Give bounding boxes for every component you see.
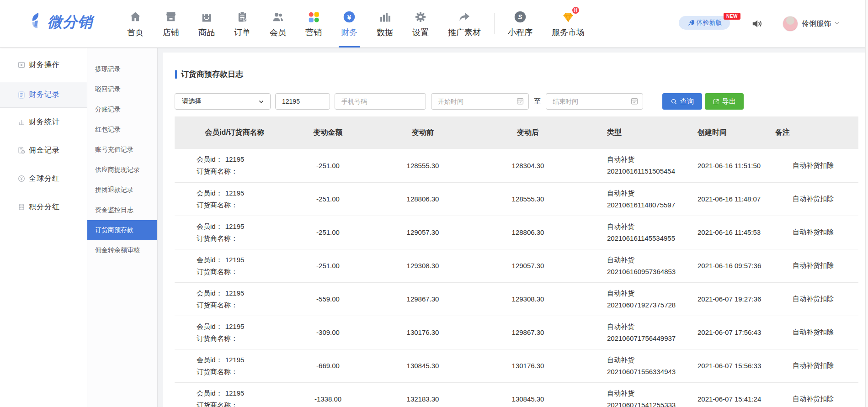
- sidebar-item-points-dividend[interactable]: 积分分红: [0, 193, 87, 221]
- table-row: 会员id：12195订货商名称： -669.00 130845.30 13017…: [175, 349, 858, 382]
- bar-chart-icon: [378, 10, 391, 24]
- table-row: 会员id：12195订货商名称： -251.00 129057.30 12880…: [175, 216, 858, 249]
- to-label: 至: [534, 97, 541, 106]
- hot-badge: H: [572, 7, 579, 14]
- table-row: 会员id：12195订货商名称： -251.00 129308.30 12905…: [175, 249, 858, 282]
- submenu-supplier-withdraw-records[interactable]: 供应商提现记录: [87, 160, 157, 180]
- home-icon: [129, 10, 142, 24]
- sidebar-item-commission-records[interactable]: 佣金记录: [0, 136, 87, 164]
- table-row: 会员id：12195订货商名称： -559.00 129867.30 12930…: [175, 282, 858, 316]
- submenu-commission-to-balance-audit[interactable]: 佣金转余额审核: [87, 240, 157, 260]
- user-menu[interactable]: 伶俐服饰: [783, 16, 840, 32]
- top-navbar: 微分销 首页 店铺 商品 订单: [0, 0, 868, 48]
- shopping-bag-icon: [200, 10, 213, 24]
- nav-item-settings[interactable]: 设置: [403, 0, 438, 48]
- global-dividend-icon: [17, 174, 26, 183]
- table-header: 会员id/订货商名称 变动金额 变动前 变动后 类型 创建时间 备注: [175, 116, 858, 149]
- svg-text:¥: ¥: [347, 13, 351, 21]
- col-member: 会员id/订货商名称: [175, 116, 295, 149]
- store-icon: [165, 10, 177, 24]
- nav-item-orders[interactable]: 订单: [224, 0, 260, 48]
- logo-text: 微分销: [48, 12, 93, 32]
- nav-item-store[interactable]: 店铺: [153, 0, 189, 48]
- filter-bar: 请选择 至 查询 导出: [175, 93, 744, 110]
- members-icon: [272, 10, 284, 24]
- table-row: 会员id：12195订货商名称： -309.00 130176.30 12986…: [175, 316, 858, 349]
- end-date-input[interactable]: [546, 93, 643, 110]
- submenu-fund-monitor-log[interactable]: 资金监控日志: [87, 200, 157, 220]
- sidebar-primary: 财务操作 财务记录 财务统计 佣金记录 全球分红 积分分红: [0, 48, 87, 407]
- nav-item-data[interactable]: 数据: [367, 0, 403, 48]
- col-type: 类型: [571, 116, 690, 149]
- nav-item-home[interactable]: 首页: [117, 0, 153, 48]
- brand-logo[interactable]: 微分销: [29, 12, 93, 33]
- nav-item-finance[interactable]: ¥ 财务: [331, 0, 367, 48]
- submenu-withdraw-records[interactable]: 提现记录: [87, 59, 157, 79]
- col-amount: 变动金额: [295, 116, 361, 149]
- nav-item-marketing[interactable]: 营销: [296, 0, 331, 48]
- finance-records-icon: [17, 91, 26, 99]
- page-title: 订货商预存款日志: [175, 69, 243, 79]
- table-row: 会员id：12195订货商名称： -1338.00 132183.30 1308…: [175, 382, 858, 407]
- chevron-down-icon: [258, 98, 265, 105]
- chevron-down-icon: [834, 20, 840, 28]
- try-new-version[interactable]: 体验新版 NEW: [679, 16, 730, 30]
- main-nav: 首页 店铺 商品 订单 会员: [117, 0, 594, 48]
- sidebar-item-finance-records[interactable]: 财务记录: [0, 82, 87, 108]
- finance-yen-icon: ¥: [343, 10, 356, 24]
- svg-text:S: S: [518, 13, 522, 21]
- type-select[interactable]: 请选择: [175, 93, 271, 110]
- table-row: 会员id：12195订货商名称： -251.00 128555.30 12830…: [175, 149, 858, 182]
- new-badge: NEW: [724, 13, 740, 20]
- try-new-label: 体验新版: [697, 19, 722, 27]
- marketing-icon: [307, 10, 320, 24]
- main-content: 订货商预存款日志 请选择 至 查询 导出: [163, 53, 865, 407]
- col-after: 变动后: [485, 116, 571, 149]
- submenu-split-records[interactable]: 分账记录: [87, 100, 157, 120]
- table-row: 会员id：12195订货商名称： -251.00 128806.30 12855…: [175, 182, 858, 216]
- announcement-speaker-icon[interactable]: [751, 18, 763, 32]
- sidebar-item-global-dividend[interactable]: 全球分红: [0, 164, 87, 193]
- page-scrollbar[interactable]: [865, 0, 868, 407]
- points-dividend-icon: [17, 203, 26, 211]
- nav-item-market[interactable]: H 服务市场: [542, 0, 594, 48]
- gear-icon: [414, 10, 427, 24]
- submenu-recharge-records[interactable]: 账号充值记录: [87, 140, 157, 160]
- commission-records-icon: [17, 146, 26, 154]
- gem-icon: H: [562, 10, 575, 24]
- export-button[interactable]: 导出: [705, 93, 744, 110]
- miniprogram-icon: S: [514, 10, 527, 24]
- search-button[interactable]: 查询: [662, 93, 702, 110]
- col-created: 创建时间: [690, 116, 768, 149]
- rocket-icon: [687, 19, 694, 26]
- col-before: 变动前: [361, 116, 485, 149]
- phone-input[interactable]: [335, 93, 426, 110]
- submenu-groupbuy-refund-records[interactable]: 拼团退款记录: [87, 180, 157, 200]
- nav-divider: [494, 13, 495, 34]
- order-clipboard-icon: [236, 10, 249, 24]
- logo-mark-icon: [29, 12, 45, 33]
- start-date-input[interactable]: [431, 93, 529, 110]
- avatar: [783, 16, 798, 32]
- sidebar-item-finance-operations[interactable]: 财务操作: [0, 48, 87, 82]
- export-icon: [713, 98, 719, 105]
- nav-item-goods[interactable]: 商品: [189, 0, 224, 48]
- nav-item-miniprogram[interactable]: S 小程序: [498, 0, 542, 48]
- sidebar-item-finance-statistics[interactable]: 财务统计: [0, 108, 87, 136]
- username: 伶俐服饰: [802, 19, 831, 29]
- search-icon: [671, 98, 677, 105]
- submenu-orderer-prepaid[interactable]: 订货商预存款: [87, 220, 157, 240]
- end-date-field: [546, 93, 643, 110]
- member-id-input[interactable]: [275, 93, 330, 110]
- submenu-redpacket-records[interactable]: 红包记录: [87, 120, 157, 140]
- nav-item-members[interactable]: 会员: [260, 0, 296, 48]
- nav-item-promo[interactable]: 推广素材: [438, 0, 490, 48]
- start-date-field: [431, 93, 529, 110]
- title-accent-bar: [175, 70, 177, 79]
- finance-statistics-icon: [17, 118, 26, 126]
- log-table: 会员id/订货商名称 变动金额 变动前 变动后 类型 创建时间 备注 会员id：…: [175, 116, 858, 407]
- col-remark: 备注: [768, 116, 858, 149]
- share-arrow-icon: [458, 10, 471, 24]
- submenu-reject-records[interactable]: 驳回记录: [87, 79, 157, 100]
- sidebar-secondary: 提现记录 驳回记录 分账记录 红包记录 账号充值记录 供应商提现记录 拼团退款记…: [87, 48, 158, 407]
